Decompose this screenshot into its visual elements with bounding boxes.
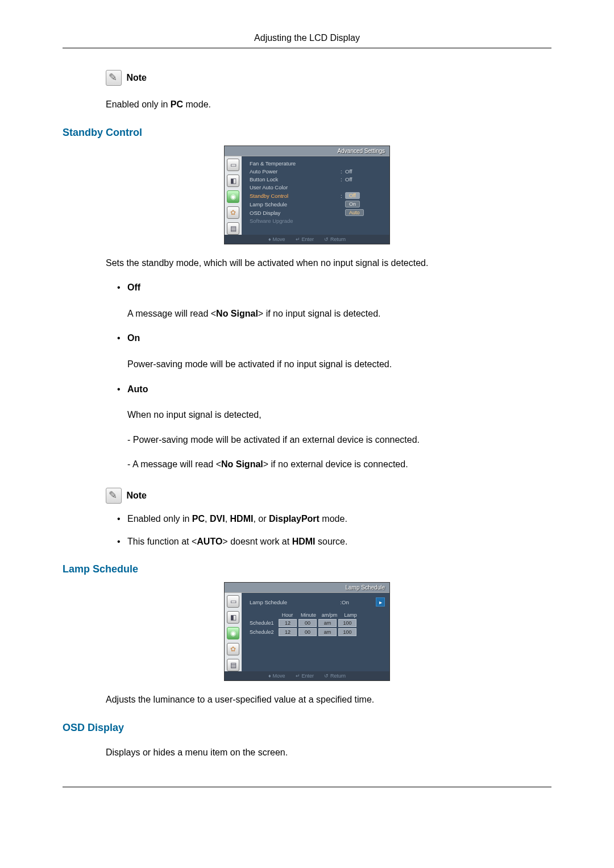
schedule1-row: Schedule1 12 00 am 100 xyxy=(250,619,385,627)
side-icon-sound: ◉ xyxy=(227,190,239,203)
osd-advanced-settings: Advanced Settings ▭ ◧ ◉ ✿ ▤ Fan & Temper… xyxy=(224,146,390,244)
arrow-right-icon: ▸ xyxy=(376,597,385,607)
bullet-off: Off A message will read <No Signal> if n… xyxy=(117,280,551,321)
note-label: Note xyxy=(126,491,147,500)
note2-line1: Enabled only in PC, DVI, HDMI, or Displa… xyxy=(117,512,551,526)
osd2-sidebar: ▭ ◧ ◉ ✿ ▤ xyxy=(225,593,242,671)
note-icon xyxy=(106,488,122,504)
heading-lamp-schedule: Lamp Schedule xyxy=(63,563,551,575)
move-icon: ♦ xyxy=(268,673,271,679)
bullet-auto: Auto When no input signal is detected, -… xyxy=(117,382,551,472)
side-icon-sound: ◉ xyxy=(227,627,239,639)
side-icon-multi: ▤ xyxy=(227,659,239,671)
side-icon-setup: ✿ xyxy=(227,643,239,655)
osd2-footer: ♦Move ↵Enter ↺Return xyxy=(225,671,389,680)
row-software-upgrade: Software Upgrade xyxy=(250,217,385,225)
footer-rule xyxy=(63,787,551,787)
move-icon: ♦ xyxy=(268,236,271,242)
row-auto-power: Auto Power:Off xyxy=(250,168,385,176)
osd2-title: Lamp Schedule xyxy=(225,583,389,593)
osd-lamp-schedule: Lamp Schedule ▭ ◧ ◉ ✿ ▤ Lamp Schedule: O… xyxy=(224,582,390,681)
bullet-on: On Power-saving mode will be activated i… xyxy=(117,331,551,371)
return-icon: ↺ xyxy=(324,236,329,242)
note1-text: Enabled only in PC mode. xyxy=(106,97,551,112)
schedule2-row: Schedule2 12 00 am 100 xyxy=(250,628,385,636)
row-standby-control: Standby Control:Off xyxy=(250,192,385,200)
enter-icon: ↵ xyxy=(296,673,300,679)
note-icon xyxy=(106,70,122,86)
row-button-lock: Button Lock:Off xyxy=(250,176,385,184)
osd-description: Displays or hides a menu item on the scr… xyxy=(106,745,551,760)
osd1-sidebar: ▭ ◧ ◉ ✿ ▤ xyxy=(225,156,242,235)
osd1-footer: ♦Move ↵Enter ↺Return xyxy=(225,235,389,244)
side-icon-input: ▭ xyxy=(227,159,239,171)
note2-line2: This function at <AUTO> doesnt work at H… xyxy=(117,534,551,549)
page-header: Adjusting the LCD Display xyxy=(63,33,551,48)
row-user-auto-color: User Auto Color xyxy=(250,184,385,192)
return-icon: ↺ xyxy=(324,673,329,679)
row-osd-display: OSD DisplayAuto xyxy=(250,209,385,217)
row-fan: Fan & Temperature xyxy=(250,160,385,168)
enter-icon: ↵ xyxy=(296,236,300,242)
lamp-table-header: HourMinuteam/pmLamp xyxy=(250,612,385,618)
standby-description: Sets the standby mode, which will be act… xyxy=(106,256,551,271)
heading-standby-control: Standby Control xyxy=(63,127,551,139)
osd1-title: Advanced Settings xyxy=(225,146,389,156)
side-icon-setup: ✿ xyxy=(227,206,239,219)
heading-osd-display: OSD Display xyxy=(63,722,551,734)
side-icon-picture: ◧ xyxy=(227,175,239,187)
note-label: Note xyxy=(126,73,147,82)
side-icon-picture: ◧ xyxy=(227,611,239,624)
row-lamp-schedule-top: Lamp Schedule: On ▸ xyxy=(250,596,385,609)
side-icon-multi: ▤ xyxy=(227,222,239,235)
side-icon-input: ▭ xyxy=(227,595,239,608)
row-lamp-schedule: Lamp ScheduleOn xyxy=(250,200,385,209)
lamp-description: Adjusts the luminance to a user-specifie… xyxy=(106,692,551,707)
